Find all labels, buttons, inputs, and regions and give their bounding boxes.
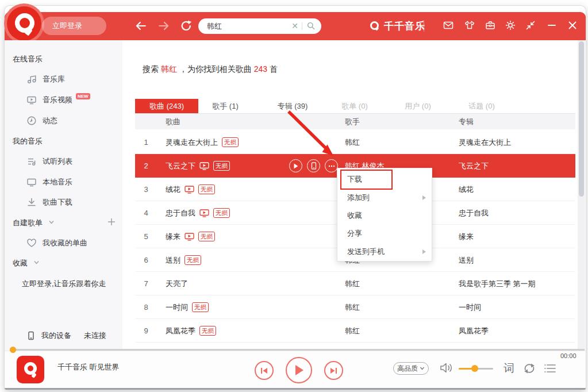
mini-mode-icon[interactable]: [525, 20, 537, 32]
table-row[interactable]: 1 灵魂走在大街上无损 韩红 灵魂走在大街上: [135, 130, 575, 154]
chevron-down-icon: [48, 219, 55, 225]
seek-bar[interactable]: [15, 349, 585, 351]
quality-selector[interactable]: 高品质: [393, 362, 429, 375]
sidebar-item-listen-list[interactable]: 试听列表: [26, 156, 72, 167]
tab-topics[interactable]: 话题 (0): [459, 99, 505, 113]
clear-search-icon[interactable]: ✕: [291, 18, 298, 33]
album-cell: 飞云之下: [459, 154, 489, 178]
mv-icon[interactable]: [199, 209, 209, 217]
sidebar-item-music-library[interactable]: 音乐库: [26, 74, 65, 84]
playlist-queue-icon[interactable]: [543, 363, 557, 376]
mv-icon[interactable]: [199, 162, 209, 170]
tab-artists[interactable]: 歌手 (1): [202, 99, 248, 113]
song-title: 缘来: [166, 232, 180, 242]
menu-item-favorite[interactable]: 收藏: [337, 206, 432, 225]
search-icon[interactable]: [306, 21, 316, 33]
back-icon[interactable]: [134, 20, 147, 32]
chevron-down-icon: [420, 366, 425, 371]
section-my-playlists[interactable]: 自建歌单: [13, 218, 55, 228]
song-title: 忠于自我: [166, 208, 195, 218]
playlist-icon: [26, 156, 37, 167]
menu-item-send-to-phone[interactable]: 发送到手机: [337, 243, 432, 261]
play-button[interactable]: [286, 357, 312, 383]
sidebar-item-my-device[interactable]: 我的设备 未连接: [26, 330, 106, 341]
tab-songs[interactable]: 歌曲 (243): [135, 99, 198, 113]
album-cell: 凤凰花季: [459, 319, 489, 343]
artist-cell: 韩红: [345, 272, 360, 295]
search-input[interactable]: 韩红 ✕: [198, 18, 321, 34]
table-row[interactable]: 8 一时间无损 韩红 一时间: [135, 295, 575, 319]
titlebar-divider: [424, 20, 424, 32]
table-row[interactable]: 9 凤凰花季无损 韩红 凤凰花季: [135, 319, 575, 343]
next-button[interactable]: [324, 361, 343, 380]
album-cell: 缘来: [459, 225, 474, 248]
album-cell: 绒花: [459, 178, 474, 201]
lossless-badge: 无损: [192, 302, 209, 312]
album-cell: 一时间: [459, 295, 481, 319]
settings-gear-icon[interactable]: [505, 20, 517, 32]
sidebar-item-music-video[interactable]: 音乐视频 NEW: [26, 95, 93, 105]
refresh-icon[interactable]: [180, 20, 193, 32]
result-count: 243: [254, 64, 267, 74]
mv-icon[interactable]: [185, 186, 194, 194]
sidebar-item-song-download[interactable]: 歌曲下载: [26, 197, 72, 207]
player-slogan: 千千音乐 听见世界: [57, 362, 120, 372]
section-online-music: 在线音乐: [13, 54, 43, 64]
volume-handle[interactable]: [471, 365, 478, 372]
volume-icon[interactable]: [439, 362, 453, 376]
song-title: 飞云之下: [166, 161, 195, 171]
song-title: 凤凰花季: [166, 326, 195, 336]
brand-logo: 千千音乐: [369, 19, 425, 33]
app-name: 千千音乐: [384, 20, 425, 33]
table-row[interactable]: 7 天亮了 韩红 我是歌手第三季 第一期: [135, 272, 575, 295]
album-cell: 送别: [459, 248, 474, 272]
lossless-badge: 无损: [185, 255, 201, 265]
seek-handle[interactable]: [10, 347, 16, 353]
sidebar-item-local-music[interactable]: 本地音乐: [26, 177, 72, 187]
lyrics-button[interactable]: 词: [504, 361, 514, 376]
login-hint-link[interactable]: 立即登录,让音乐跟着你走: [22, 279, 106, 289]
album-cell: 忠于自我: [459, 201, 489, 225]
menu-item-add-to[interactable]: 添加到: [337, 189, 432, 207]
skin-icon[interactable]: [464, 20, 476, 32]
tab-users[interactable]: 用户 (0): [395, 99, 441, 113]
local-music-icon: [26, 177, 37, 187]
new-badge: NEW: [76, 93, 90, 99]
menu-item-share[interactable]: 分享: [337, 224, 432, 243]
scrollbar-thumb[interactable]: [579, 41, 584, 197]
forward-icon[interactable]: [157, 20, 170, 32]
annotation-highlight-box: [340, 170, 393, 190]
lossless-badge: 无损: [213, 208, 230, 218]
sidebar: [5, 40, 122, 351]
minimize-icon[interactable]: [546, 20, 559, 32]
feed-icon: [26, 116, 37, 126]
song-title: 绒花: [166, 185, 180, 195]
song-title: 天亮了: [166, 279, 188, 289]
previous-button[interactable]: [255, 361, 274, 380]
song-title: 送别: [166, 255, 180, 266]
mail-icon[interactable]: [443, 20, 455, 32]
heart-icon: [26, 238, 37, 248]
app-logo: [4, 3, 44, 44]
music-note-icon: [26, 74, 37, 84]
song-title: 一时间: [166, 302, 188, 313]
search-divider: [302, 22, 302, 30]
time-display: 00:00: [560, 352, 577, 359]
download-icon: [26, 197, 37, 207]
repeat-icon[interactable]: [523, 363, 536, 376]
col-album: 专辑: [459, 114, 474, 129]
section-collection[interactable]: 收藏: [13, 258, 40, 268]
song-title: 灵魂走在大街上: [166, 137, 218, 148]
search-summary: 搜索 韩红 ，为你找到相关歌曲 243 首: [143, 64, 278, 75]
login-button[interactable]: 立即登录: [42, 17, 106, 35]
toolbox-icon[interactable]: [485, 20, 497, 32]
device-status: 未连接: [84, 330, 106, 341]
close-icon[interactable]: [567, 20, 579, 32]
add-playlist-icon[interactable]: [107, 218, 116, 228]
artist-cell: 韩红: [345, 295, 360, 319]
sidebar-item-favorite-songs[interactable]: 我收藏的单曲: [26, 238, 87, 248]
sidebar-item-feed[interactable]: 动态: [26, 116, 57, 126]
mv-icon[interactable]: [185, 233, 194, 241]
lossless-badge: 无损: [199, 326, 216, 336]
album-cell: 灵魂走在大街上: [459, 130, 511, 154]
